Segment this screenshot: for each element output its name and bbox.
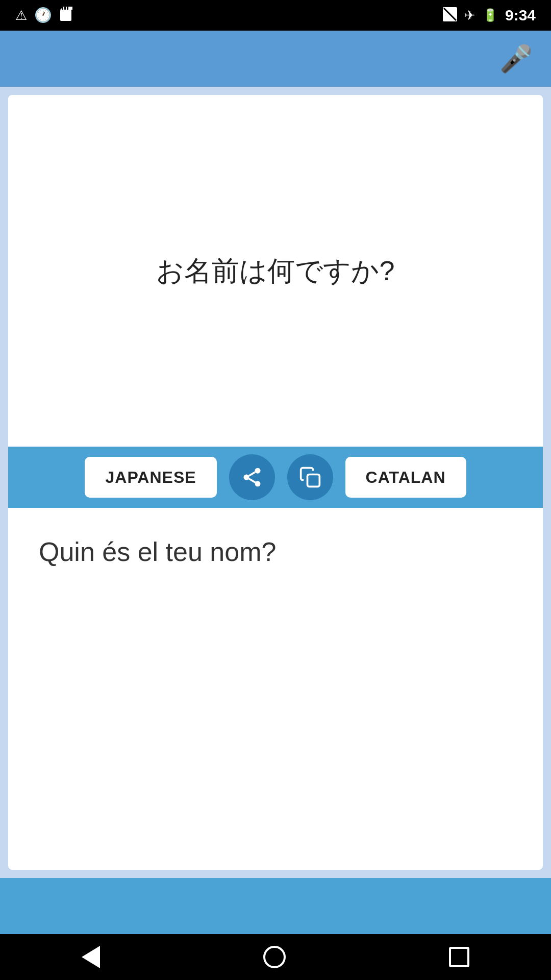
sdcard-icon [59, 7, 72, 24]
android-nav-bar [0, 934, 551, 980]
status-time: 9:34 [505, 7, 536, 24]
svg-rect-12 [307, 475, 319, 487]
translation-text-box: Quin és el teu nom? [8, 508, 543, 870]
share-button[interactable] [229, 454, 275, 500]
svg-rect-3 [64, 7, 66, 10]
clock-icon: 🕐 [34, 8, 52, 22]
home-icon [263, 946, 286, 968]
airplane-icon: ✈ [464, 9, 475, 22]
recent-button[interactable] [449, 947, 469, 967]
target-language-button[interactable]: CATALAN [345, 457, 466, 498]
status-bar: ⚠ 🕐 ✈ 🔋 9:34 [0, 0, 551, 31]
svg-line-10 [248, 479, 255, 482]
copy-button[interactable] [287, 454, 333, 500]
battery-icon: 🔋 [483, 9, 498, 21]
microphone-icon: 🎤 [499, 43, 533, 75]
svg-point-9 [255, 481, 260, 486]
svg-line-11 [248, 472, 255, 476]
source-text: お名前は何ですか? [156, 252, 394, 290]
no-sim-icon [443, 7, 457, 23]
back-icon [82, 946, 100, 968]
warning-icon: ⚠ [15, 9, 27, 22]
copy-icon [299, 466, 321, 488]
svg-rect-4 [67, 7, 68, 10]
source-text-box: お名前は何ですか? [8, 95, 543, 447]
svg-point-8 [243, 475, 249, 480]
language-toolbar: JAPANESE CATALAN [8, 447, 543, 508]
svg-rect-2 [62, 7, 63, 10]
status-right-icons: ✈ 🔋 9:34 [443, 7, 536, 24]
home-button[interactable] [263, 946, 286, 968]
source-language-button[interactable]: JAPANESE [85, 457, 216, 498]
status-left-icons: ⚠ 🕐 [15, 7, 72, 24]
translation-text: Quin és el teu nom? [39, 533, 276, 571]
svg-point-7 [255, 468, 260, 474]
microphone-button[interactable]: 🎤 [499, 43, 533, 75]
app-header: 🎤 [0, 31, 551, 87]
main-content: お名前は何ですか? JAPANESE CATALAN Quin és el te… [0, 87, 551, 878]
recent-icon [449, 947, 469, 967]
svg-rect-0 [60, 10, 71, 21]
share-icon [241, 466, 263, 488]
back-button[interactable] [82, 946, 100, 968]
bottom-bar [0, 878, 551, 934]
